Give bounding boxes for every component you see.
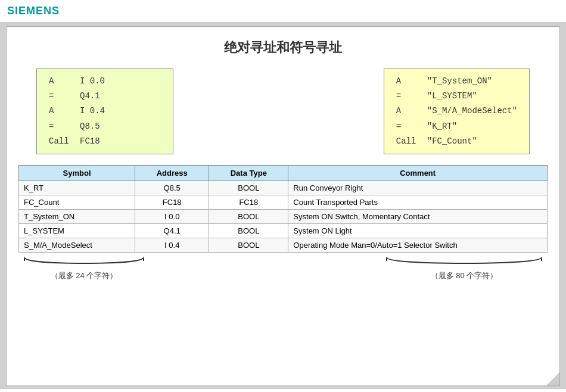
code-keyword: A (49, 104, 70, 119)
brace-right-caption: （最多 80 个字符） (431, 270, 498, 281)
code-value: Q8.5 (80, 119, 100, 134)
cell-comment: System ON Light (288, 223, 548, 238)
code-keyword: A (396, 104, 418, 119)
code-line: AI 0.0 (49, 74, 161, 89)
slide-title: 绝对寻址和符号寻址 (18, 33, 548, 69)
left-code-box: AI 0.0=Q4.1AI 0.4=Q8.5CallFC18 (36, 69, 173, 154)
col-header-datatype: Data Type (209, 165, 288, 181)
code-line: Call"FC_Count" (396, 134, 517, 149)
cell-datatype: BOOL (209, 223, 288, 238)
code-keyword: Call (396, 134, 418, 149)
code-line: AI 0.4 (49, 104, 161, 119)
cell-comment: Count Transported Parts (288, 195, 548, 209)
col-header-comment: Comment (288, 165, 548, 181)
code-keyword: A (49, 74, 70, 89)
code-keyword: = (396, 89, 418, 104)
brace-right-group: （最多 80 个字符） (381, 256, 548, 281)
code-value: I 0.0 (80, 74, 105, 89)
code-line: ="L_SYSTEM" (396, 89, 517, 104)
code-value: Q4.1 (80, 89, 100, 104)
cell-address: FC18 (135, 195, 209, 209)
code-value: "FC_Count" (427, 134, 477, 149)
code-value: FC18 (80, 134, 100, 149)
code-keyword: A (396, 74, 418, 89)
code-keyword: = (49, 119, 70, 134)
table-row: FC_Count FC18 FC18 Count Transported Par… (19, 195, 548, 209)
cell-comment: Run Conveyor Right (288, 181, 548, 195)
table-row: L_SYSTEM Q4.1 BOOL System ON Light (19, 223, 548, 238)
siemens-logo: SIEMENS (7, 5, 60, 17)
code-value: "S_M/A_ModeSelect" (427, 104, 517, 119)
table-row: K_RT Q8.5 BOOL Run Conveyor Right (19, 181, 548, 195)
cell-symbol: T_System_ON (19, 209, 135, 223)
cell-symbol: K_RT (19, 181, 135, 195)
header: SIEMENS (0, 0, 566, 23)
code-line: =Q8.5 (49, 119, 161, 134)
code-value: "K_RT" (427, 119, 457, 134)
cell-address: I 0.4 (135, 238, 209, 252)
cell-symbol: S_M/A_ModeSelect (19, 238, 135, 252)
code-keyword: Call (49, 134, 70, 149)
table-body: K_RT Q8.5 BOOL Run Conveyor Right FC_Cou… (19, 181, 548, 252)
code-line: A"S_M/A_ModeSelect" (396, 104, 517, 119)
code-line: ="K_RT" (396, 119, 517, 134)
code-value: "T_System_ON" (427, 74, 492, 89)
table-row: T_System_ON I 0.0 BOOL System ON Switch,… (19, 209, 548, 223)
brace-left-group: （最多 24 个字符） (18, 256, 150, 281)
slide-container: 绝对寻址和符号寻址 AI 0.0=Q4.1AI 0.4=Q8.5CallFC18… (6, 26, 560, 386)
cell-datatype: FC18 (209, 195, 288, 209)
code-boxes-row: AI 0.0=Q4.1AI 0.4=Q8.5CallFC18 A"T_Syste… (36, 69, 530, 154)
code-value: "L_SYSTEM" (427, 89, 477, 104)
brace-left-svg (18, 256, 150, 269)
brace-left-caption: （最多 24 个字符） (51, 270, 118, 281)
table-section: Symbol Address Data Type Comment K_RT Q8… (18, 165, 548, 253)
cell-comment: System ON Switch, Momentary Contact (288, 209, 548, 223)
cell-symbol: L_SYSTEM (19, 223, 135, 238)
brace-right-svg (381, 256, 548, 269)
cell-symbol: FC_Count (19, 195, 135, 209)
symbol-table: Symbol Address Data Type Comment K_RT Q8… (18, 165, 548, 253)
code-line: A"T_System_ON" (396, 74, 517, 89)
cell-address: I 0.0 (135, 209, 209, 223)
braces-row: （最多 24 个字符） （最多 80 个字符） (18, 256, 548, 281)
code-line: CallFC18 (49, 134, 161, 149)
col-header-address: Address (135, 165, 209, 181)
table-row: S_M/A_ModeSelect I 0.4 BOOL Operating Mo… (19, 238, 548, 252)
right-code-box: A"T_System_ON"="L_SYSTEM"A"S_M/A_ModeSel… (384, 69, 530, 154)
code-line: =Q4.1 (49, 89, 161, 104)
cell-datatype: BOOL (209, 181, 288, 195)
footer: SIMATIC® S7 Siemens AG 2003. All rights … (0, 388, 566, 392)
cell-datatype: BOOL (209, 209, 288, 223)
table-header-row: Symbol Address Data Type Comment (19, 165, 548, 181)
code-keyword: = (49, 89, 70, 104)
cell-address: Q4.1 (135, 223, 209, 238)
code-keyword: = (396, 119, 418, 134)
cell-datatype: BOOL (209, 238, 288, 252)
cell-comment: Operating Mode Man=0/Auto=1 Selector Swi… (288, 238, 548, 252)
col-header-symbol: Symbol (19, 165, 135, 181)
code-value: I 0.4 (80, 104, 105, 119)
cell-address: Q8.5 (135, 181, 209, 195)
